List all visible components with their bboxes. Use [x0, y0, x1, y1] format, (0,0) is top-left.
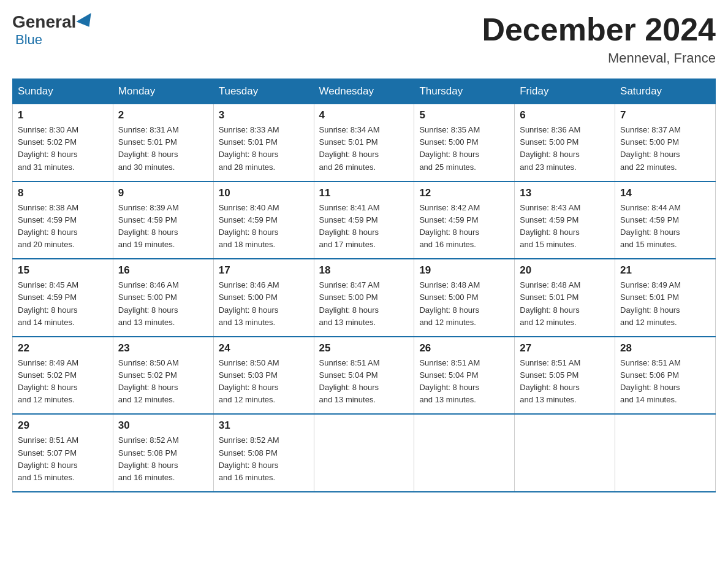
day-info: Sunrise: 8:49 AMSunset: 5:01 PMDaylight:… — [620, 279, 710, 329]
day-info: Sunrise: 8:50 AMSunset: 5:02 PMDaylight:… — [118, 357, 208, 407]
day-number: 10 — [219, 187, 309, 199]
day-info: Sunrise: 8:39 AMSunset: 4:59 PMDaylight:… — [118, 202, 208, 251]
day-info: Sunrise: 8:40 AMSunset: 4:59 PMDaylight:… — [219, 202, 309, 251]
calendar-day-cell: 28Sunrise: 8:51 AMSunset: 5:06 PMDayligh… — [615, 337, 716, 415]
day-number: 14 — [620, 187, 710, 199]
calendar-day-cell: 9Sunrise: 8:39 AMSunset: 4:59 PMDaylight… — [113, 182, 213, 259]
calendar-day-cell — [515, 414, 615, 492]
calendar-day-cell — [414, 414, 515, 492]
calendar-day-cell: 29Sunrise: 8:51 AMSunset: 5:07 PMDayligh… — [13, 414, 113, 492]
day-of-week-header: Thursday — [414, 79, 515, 104]
day-info: Sunrise: 8:37 AMSunset: 5:00 PMDaylight:… — [620, 124, 710, 174]
calendar-day-cell: 8Sunrise: 8:38 AMSunset: 4:59 PMDaylight… — [13, 182, 113, 259]
calendar-header-row: SundayMondayTuesdayWednesdayThursdayFrid… — [13, 79, 716, 104]
day-number: 26 — [419, 342, 509, 354]
calendar-day-cell: 12Sunrise: 8:42 AMSunset: 4:59 PMDayligh… — [414, 182, 515, 259]
logo-general-text: General — [12, 12, 76, 32]
day-number: 25 — [319, 342, 409, 354]
day-number: 27 — [520, 342, 610, 354]
calendar-week-row: 22Sunrise: 8:49 AMSunset: 5:02 PMDayligh… — [13, 337, 716, 415]
calendar-week-row: 1Sunrise: 8:30 AMSunset: 5:02 PMDaylight… — [13, 104, 716, 182]
calendar-day-cell: 3Sunrise: 8:33 AMSunset: 5:01 PMDaylight… — [213, 104, 314, 182]
calendar-day-cell: 19Sunrise: 8:48 AMSunset: 5:00 PMDayligh… — [414, 259, 515, 337]
day-number: 2 — [118, 109, 208, 121]
day-info: Sunrise: 8:48 AMSunset: 5:01 PMDaylight:… — [520, 279, 610, 329]
day-of-week-header: Saturday — [615, 79, 716, 104]
day-info: Sunrise: 8:43 AMSunset: 4:59 PMDaylight:… — [520, 202, 610, 251]
calendar-day-cell: 13Sunrise: 8:43 AMSunset: 4:59 PMDayligh… — [515, 182, 615, 259]
day-info: Sunrise: 8:31 AMSunset: 5:01 PMDaylight:… — [118, 124, 208, 174]
day-info: Sunrise: 8:46 AMSunset: 5:00 PMDaylight:… — [118, 279, 208, 329]
day-info: Sunrise: 8:41 AMSunset: 4:59 PMDaylight:… — [319, 202, 409, 251]
calendar-week-row: 15Sunrise: 8:45 AMSunset: 4:59 PMDayligh… — [13, 259, 716, 337]
day-number: 12 — [419, 187, 509, 199]
day-info: Sunrise: 8:38 AMSunset: 4:59 PMDaylight:… — [18, 202, 108, 251]
day-info: Sunrise: 8:52 AMSunset: 5:08 PMDaylight:… — [219, 434, 309, 484]
day-number: 19 — [419, 264, 509, 277]
calendar-day-cell: 6Sunrise: 8:36 AMSunset: 5:00 PMDaylight… — [515, 104, 615, 182]
calendar-day-cell: 20Sunrise: 8:48 AMSunset: 5:01 PMDayligh… — [515, 259, 615, 337]
day-info: Sunrise: 8:42 AMSunset: 4:59 PMDaylight:… — [419, 202, 509, 251]
day-info: Sunrise: 8:51 AMSunset: 5:07 PMDaylight:… — [18, 434, 108, 484]
calendar-day-cell: 11Sunrise: 8:41 AMSunset: 4:59 PMDayligh… — [314, 182, 414, 259]
day-of-week-header: Friday — [515, 79, 615, 104]
day-info: Sunrise: 8:30 AMSunset: 5:02 PMDaylight:… — [18, 124, 108, 174]
day-number: 22 — [18, 342, 108, 354]
day-info: Sunrise: 8:50 AMSunset: 5:03 PMDaylight:… — [219, 357, 309, 407]
day-number: 28 — [620, 342, 710, 354]
calendar-day-cell: 5Sunrise: 8:35 AMSunset: 5:00 PMDaylight… — [414, 104, 515, 182]
day-number: 20 — [520, 264, 610, 277]
calendar-day-cell: 26Sunrise: 8:51 AMSunset: 5:04 PMDayligh… — [414, 337, 515, 415]
month-title: December 2024 — [482, 12, 716, 47]
day-info: Sunrise: 8:44 AMSunset: 4:59 PMDaylight:… — [620, 202, 710, 251]
day-of-week-header: Tuesday — [213, 79, 314, 104]
day-number: 4 — [319, 109, 409, 121]
page-header: General Blue December 2024 Menneval, Fra… — [12, 12, 716, 66]
calendar-day-cell — [615, 414, 716, 492]
day-number: 7 — [620, 109, 710, 121]
day-info: Sunrise: 8:51 AMSunset: 5:05 PMDaylight:… — [520, 357, 610, 407]
day-number: 29 — [18, 419, 108, 432]
day-number: 15 — [18, 264, 108, 277]
day-number: 1 — [18, 109, 108, 121]
day-number: 13 — [520, 187, 610, 199]
day-of-week-header: Monday — [113, 79, 213, 104]
day-info: Sunrise: 8:51 AMSunset: 5:04 PMDaylight:… — [419, 357, 509, 407]
calendar-day-cell: 23Sunrise: 8:50 AMSunset: 5:02 PMDayligh… — [113, 337, 213, 415]
calendar-week-row: 29Sunrise: 8:51 AMSunset: 5:07 PMDayligh… — [13, 414, 716, 492]
calendar-table: SundayMondayTuesdayWednesdayThursdayFrid… — [12, 79, 716, 492]
day-number: 18 — [319, 264, 409, 277]
calendar-day-cell: 27Sunrise: 8:51 AMSunset: 5:05 PMDayligh… — [515, 337, 615, 415]
day-number: 16 — [118, 264, 208, 277]
day-number: 17 — [219, 264, 309, 277]
calendar-week-row: 8Sunrise: 8:38 AMSunset: 4:59 PMDaylight… — [13, 182, 716, 259]
calendar-day-cell: 30Sunrise: 8:52 AMSunset: 5:08 PMDayligh… — [113, 414, 213, 492]
day-info: Sunrise: 8:52 AMSunset: 5:08 PMDaylight:… — [118, 434, 208, 484]
day-info: Sunrise: 8:49 AMSunset: 5:02 PMDaylight:… — [18, 357, 108, 407]
calendar-day-cell: 7Sunrise: 8:37 AMSunset: 5:00 PMDaylight… — [615, 104, 716, 182]
logo-arrow-icon — [77, 13, 97, 31]
day-info: Sunrise: 8:51 AMSunset: 5:04 PMDaylight:… — [319, 357, 409, 407]
day-number: 9 — [118, 187, 208, 199]
logo: General Blue — [12, 12, 97, 48]
day-number: 31 — [219, 419, 309, 432]
day-info: Sunrise: 8:35 AMSunset: 5:00 PMDaylight:… — [419, 124, 509, 174]
calendar-day-cell: 24Sunrise: 8:50 AMSunset: 5:03 PMDayligh… — [213, 337, 314, 415]
title-section: December 2024 Menneval, France — [482, 12, 716, 66]
calendar-day-cell: 4Sunrise: 8:34 AMSunset: 5:01 PMDaylight… — [314, 104, 414, 182]
calendar-day-cell — [314, 414, 414, 492]
day-info: Sunrise: 8:47 AMSunset: 5:00 PMDaylight:… — [319, 279, 409, 329]
day-info: Sunrise: 8:33 AMSunset: 5:01 PMDaylight:… — [219, 124, 309, 174]
calendar-day-cell: 25Sunrise: 8:51 AMSunset: 5:04 PMDayligh… — [314, 337, 414, 415]
day-number: 11 — [319, 187, 409, 199]
day-info: Sunrise: 8:51 AMSunset: 5:06 PMDaylight:… — [620, 357, 710, 407]
logo-blue-text: Blue — [15, 32, 97, 48]
calendar-day-cell: 15Sunrise: 8:45 AMSunset: 4:59 PMDayligh… — [13, 259, 113, 337]
day-number: 21 — [620, 264, 710, 277]
day-number: 8 — [18, 187, 108, 199]
calendar-day-cell: 10Sunrise: 8:40 AMSunset: 4:59 PMDayligh… — [213, 182, 314, 259]
calendar-day-cell: 31Sunrise: 8:52 AMSunset: 5:08 PMDayligh… — [213, 414, 314, 492]
day-of-week-header: Sunday — [13, 79, 113, 104]
calendar-day-cell: 22Sunrise: 8:49 AMSunset: 5:02 PMDayligh… — [13, 337, 113, 415]
day-number: 6 — [520, 109, 610, 121]
